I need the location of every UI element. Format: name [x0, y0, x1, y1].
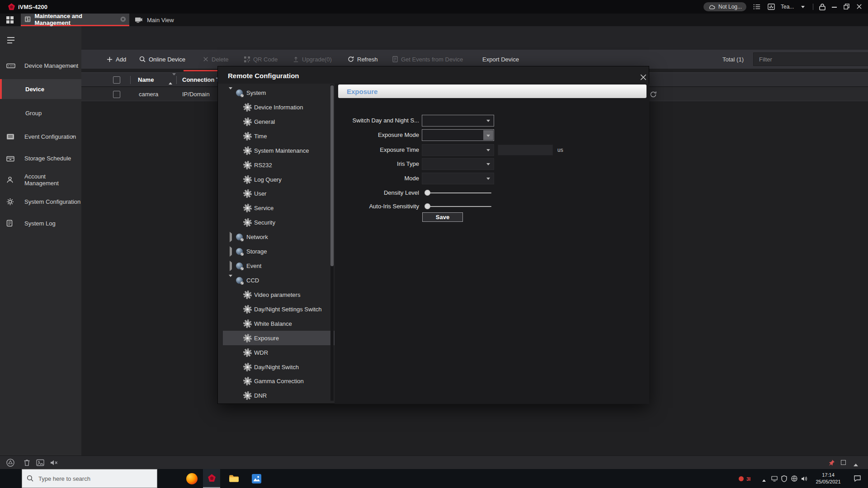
exposure-panel-header: Exposure [338, 84, 646, 98]
online-device-button[interactable]: Online Device [139, 50, 185, 69]
density-level-slider[interactable] [425, 190, 492, 196]
tab-label: Maintenance and Management [34, 13, 116, 26]
auto-iris-sensitivity-slider[interactable] [425, 203, 492, 209]
modules-grid-icon[interactable] [6, 16, 14, 23]
slider-thumb[interactable] [425, 203, 430, 209]
sort-arrows-icon[interactable] [169, 75, 176, 82]
sidebar-item-label: Device Management [24, 62, 78, 69]
health-monitor-icon[interactable] [768, 3, 775, 10]
task-list-icon[interactable] [753, 3, 760, 10]
button-label: Add [116, 56, 126, 63]
dialog-close-icon[interactable] [640, 74, 647, 81]
action-center-icon[interactable] [854, 475, 861, 482]
tray-monitor-icon[interactable] [771, 476, 778, 482]
tree-item-network[interactable]: Network [223, 230, 328, 244]
sidebar-item-device[interactable]: Device [0, 79, 81, 99]
sidebar-item-label: Device [25, 86, 44, 93]
switch-day-night-dropdown[interactable] [422, 115, 494, 127]
minimize-button[interactable] [832, 7, 837, 8]
pin-icon[interactable] [828, 459, 835, 467]
tray-shield-icon[interactable] [781, 475, 787, 482]
tray-alarm-icon[interactable] [739, 476, 744, 481]
column-header-name[interactable]: Name [138, 76, 154, 83]
filter-input[interactable] [753, 52, 868, 66]
tab-close-icon[interactable] [120, 16, 126, 22]
device-page-tab-strip: Device [81, 26, 868, 50]
sidebar-item-account-management[interactable]: Account Management [0, 170, 81, 190]
gear-icon [245, 220, 250, 225]
tray-network-icon[interactable] [791, 475, 797, 482]
image-capture-icon[interactable] [36, 459, 44, 467]
category-icon [236, 263, 243, 269]
document-icon [392, 56, 398, 62]
tab-main-view[interactable]: Main View [135, 14, 174, 26]
sidebar-item-system-configuration[interactable]: System Configuration [0, 192, 81, 211]
tab-maintenance-and-management[interactable]: Maintenance and Management [21, 14, 129, 26]
gear-icon [245, 119, 250, 125]
tray-badge-label: 3I [746, 476, 750, 482]
chevron-down-icon [486, 178, 490, 182]
iris-type-dropdown[interactable] [422, 158, 494, 170]
dropdown-button[interactable] [483, 130, 493, 140]
collapse-sidebar-icon[interactable] [7, 37, 14, 45]
window-mode-icon[interactable] [841, 460, 846, 465]
tree-item-ccd[interactable]: CCD [223, 273, 328, 287]
upload-icon [293, 56, 299, 62]
storage-schedule-icon [6, 155, 14, 162]
taskbar-file-explorer-icon[interactable] [229, 474, 239, 483]
exposure-time-dropdown[interactable] [422, 144, 494, 156]
titlebar-divider [813, 4, 813, 10]
login-status-badge[interactable]: Not Log... [703, 2, 746, 11]
tray-speaker-icon[interactable] [801, 476, 808, 482]
alarm-event-icon[interactable] [6, 459, 14, 467]
slider-thumb[interactable] [425, 190, 430, 196]
user-menu-caret-icon[interactable] [801, 6, 805, 10]
chevron-down-icon [486, 149, 490, 153]
event-configuration-icon [6, 133, 14, 140]
sidebar-item-device-management[interactable]: Device Management [0, 56, 81, 75]
button-label: Upgrade(0) [302, 56, 332, 63]
chevron-down-icon [486, 135, 490, 139]
category-icon [236, 89, 243, 96]
restore-button[interactable] [844, 4, 849, 9]
sidebar-item-storage-schedule[interactable]: Storage Schedule [0, 148, 81, 168]
exposure-time-unit: us [557, 147, 563, 153]
field-label-exposure-time: Exposure Time [329, 146, 419, 153]
taskbar-search-input[interactable] [22, 469, 157, 488]
slider-track [427, 192, 491, 193]
ivms-application-window: iVMS-4200 Not Log... Tea... [0, 0, 868, 488]
field-label-iris-type: Iris Type [329, 160, 419, 167]
sidebar-item-event-configuration[interactable]: Event Configuration [0, 127, 81, 146]
close-button[interactable] [856, 4, 862, 9]
trash-icon[interactable] [24, 459, 30, 467]
lock-icon[interactable] [819, 3, 826, 10]
select-all-checkbox[interactable] [113, 76, 120, 84]
taskbar-ivms-icon[interactable] [203, 469, 220, 488]
mute-speaker-icon[interactable] [50, 459, 58, 467]
sidebar-item-label: System Configuration [24, 198, 80, 205]
sidebar-item-group[interactable]: Group [0, 103, 81, 123]
button-label: Refresh [357, 56, 378, 63]
sidebar-item-system-log[interactable]: System Log [0, 213, 81, 233]
delete-x-icon [203, 56, 208, 62]
user-menu-label[interactable]: Tea... [781, 4, 794, 10]
row-checkbox[interactable] [113, 91, 120, 98]
tree-item-storage[interactable]: Storage [223, 244, 328, 258]
exposure-mode-dropdown[interactable] [422, 129, 494, 141]
add-button[interactable]: Add [107, 50, 126, 69]
sidebar-item-label: System Log [24, 220, 56, 227]
tree-item-system[interactable]: System [223, 85, 328, 100]
taskbar-firefox-icon[interactable] [186, 473, 198, 484]
taskbar-photos-app-icon[interactable] [252, 474, 261, 483]
button-label: Export Device [482, 56, 519, 63]
field-label-exposure-mode: Exposure Mode [329, 131, 419, 138]
expand-statusbar-icon[interactable] [854, 461, 858, 466]
row-operation-refresh-icon[interactable] [650, 91, 657, 98]
exposure-time-input[interactable] [498, 145, 553, 155]
chevron-down-icon [71, 136, 75, 140]
mode-dropdown[interactable] [422, 173, 494, 184]
tray-show-hidden-icons[interactable] [762, 478, 766, 482]
tree-item-event[interactable]: Event [223, 258, 328, 273]
taskbar-clock[interactable]: 17:14 25/05/2021 [812, 472, 844, 485]
save-button[interactable]: Save [422, 212, 463, 222]
